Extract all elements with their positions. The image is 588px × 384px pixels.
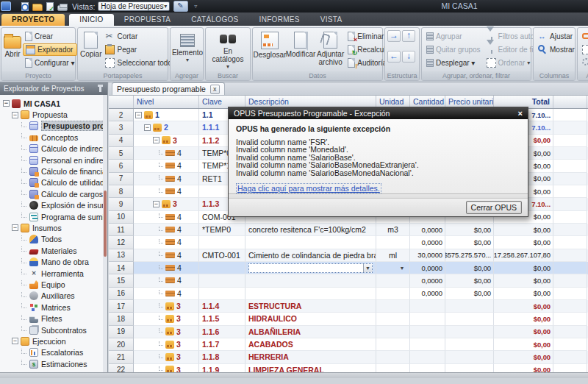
- open-file-icon[interactable]: [32, 4, 43, 11]
- nivel-cell[interactable]: 4: [134, 173, 199, 185]
- clipped-button-2[interactable]: C: [580, 43, 588, 56]
- unidad-cell[interactable]: [376, 313, 410, 325]
- clave-cell[interactable]: *TEMP0: [199, 224, 245, 236]
- nivel-cell[interactable]: 4: [134, 211, 199, 224]
- total-cell[interactable]: $0,00: [494, 326, 553, 338]
- adjuntar-archivo-button[interactable]: Adjuntararchivo: [317, 30, 344, 70]
- cantidad-cell[interactable]: 30,0000: [410, 249, 445, 262]
- nivel-cell[interactable]: 4: [134, 147, 199, 160]
- cantidad-cell[interactable]: [410, 326, 445, 338]
- grid-expander-icon[interactable]: −: [153, 201, 159, 207]
- unidad-cell[interactable]: [376, 351, 410, 363]
- total-cell[interactable]: $0,00: [494, 236, 553, 249]
- clave-cell[interactable]: [199, 274, 245, 287]
- total-cell[interactable]: $0,00: [494, 288, 553, 300]
- grid-expander-icon[interactable]: −: [135, 112, 142, 118]
- row-number[interactable]: 8: [109, 185, 134, 198]
- grid-row-19[interactable]: 1931.1.6ALBAÑILERIA$0,00: [109, 326, 588, 338]
- precio-unitario-cell[interactable]: $0,00: [445, 224, 494, 236]
- structure-arrow-icon-0[interactable]: →: [387, 30, 401, 42]
- pegar-button[interactable]: Pegar: [103, 43, 174, 56]
- clave-cell[interactable]: 1.1.4: [199, 300, 245, 313]
- tree-expander-icon[interactable]: −: [12, 224, 18, 231]
- grid-row-21[interactable]: 2131.1.8HERRERIA$0,00: [109, 351, 588, 363]
- col-header-extra[interactable]: [553, 96, 587, 108]
- unidad-cell[interactable]: [376, 274, 410, 287]
- tree-item-estimaciones[interactable]: Estimaciones: [0, 358, 107, 369]
- tab-cat-logos[interactable]: CATÁLOGOS: [181, 14, 248, 26]
- nivel-cell[interactable]: 4: [134, 224, 199, 236]
- nivel-cell[interactable]: 4: [134, 288, 199, 300]
- row-number[interactable]: 13: [109, 249, 134, 262]
- tree-item-herramienta[interactable]: Herramienta: [0, 268, 107, 279]
- descripcion-cell[interactable]: [245, 288, 376, 300]
- grid-row-12[interactable]: 1240,0000$0,00$0,00: [109, 236, 588, 249]
- unidad-cell[interactable]: [376, 288, 410, 300]
- tree-item-matrices[interactable]: Matrices: [0, 302, 107, 313]
- unidad-cell[interactable]: ml: [376, 249, 410, 262]
- precio-unitario-cell[interactable]: [445, 351, 494, 363]
- nivel-cell[interactable]: 3: [134, 351, 199, 363]
- total-cell[interactable]: $0,00: [494, 351, 553, 363]
- clave-cell[interactable]: [199, 288, 245, 300]
- tree-item-c-lculo-de-indirectos[interactable]: Cálculo de indirectos: [0, 143, 107, 154]
- clave-cell[interactable]: 1.1.7: [199, 338, 245, 351]
- grid-row-15[interactable]: 1540,0000$0,00$0,00: [109, 274, 588, 287]
- tree-item-subcontratos[interactable]: Subcontratos: [0, 324, 107, 335]
- nivel-cell[interactable]: −2: [134, 121, 199, 134]
- tree-item-ejecucion[interactable]: −Ejecucion: [0, 335, 107, 346]
- grid-row-11[interactable]: 114*TEMP0concreto resitenca F'c=100kg/cm…: [109, 224, 588, 236]
- nivel-cell[interactable]: 4: [134, 249, 199, 262]
- tree-expander-icon[interactable]: −: [3, 100, 10, 107]
- tab-close-icon[interactable]: x: [210, 85, 220, 94]
- tree-item-insumos[interactable]: −Insumos: [0, 222, 107, 233]
- descripcion-combo-editor[interactable]: ▼: [248, 263, 373, 273]
- sidebar-scrollbar[interactable]: [103, 95, 107, 378]
- nivel-cell[interactable]: 3: [134, 338, 199, 351]
- row-number[interactable]: 4: [109, 135, 134, 147]
- cerrar-opus-button[interactable]: Cerrar OPUS: [466, 201, 522, 214]
- nivel-cell[interactable]: 4: [134, 185, 199, 198]
- descripcion-cell[interactable]: ALBAÑILERIA: [245, 326, 376, 338]
- desglosar-button[interactable]: Desglosar: [255, 30, 284, 70]
- combo-dropdown-icon[interactable]: ▼: [398, 266, 406, 271]
- tree-item-mi-casa1[interactable]: −MI CASA1: [0, 98, 107, 109]
- mostrar-button[interactable]: Mostrar: [536, 43, 577, 56]
- configurar-button[interactable]: Configurar ▾: [23, 57, 77, 69]
- row-number[interactable]: 7: [109, 173, 134, 185]
- total-cell[interactable]: $0,00: [494, 300, 553, 313]
- descripcion-cell-editing[interactable]: ▼: [245, 262, 376, 274]
- precio-unitario-cell[interactable]: [445, 313, 494, 325]
- tab-proyecto[interactable]: PROYECTO: [1, 14, 65, 26]
- tab-informes[interactable]: INFORMES: [249, 14, 310, 26]
- row-number[interactable]: 21: [109, 351, 134, 363]
- unidad-cell[interactable]: [376, 326, 410, 338]
- agrupar-button[interactable]: Agrupar: [424, 30, 483, 43]
- descripcion-cell[interactable]: ESTRUCTURA: [245, 300, 376, 313]
- descripcion-cell[interactable]: HERRERIA: [245, 351, 376, 363]
- unidad-cell[interactable]: [376, 236, 410, 249]
- combo-dropdown-icon[interactable]: ▼: [363, 264, 372, 272]
- nivel-cell[interactable]: 4: [134, 160, 199, 172]
- tree-item-fletes[interactable]: Fletes: [0, 313, 107, 324]
- tree-expander-icon[interactable]: −: [12, 338, 18, 344]
- row-number[interactable]: 3: [109, 121, 134, 134]
- grid-row-14[interactable]: 144▼▼0,0000$0,00$0,00: [109, 262, 588, 274]
- cantidad-cell[interactable]: 0,0000: [410, 224, 445, 236]
- row-number[interactable]: 19: [109, 326, 134, 338]
- unidad-cell[interactable]: m3: [376, 224, 410, 236]
- precio-unitario-cell[interactable]: [445, 326, 494, 338]
- grid-row-17[interactable]: 1731.1.4ESTRUCTURA$0,00: [109, 300, 588, 313]
- precio-unitario-cell[interactable]: [445, 300, 494, 313]
- toolbar-more-icon[interactable]: ▿: [194, 3, 197, 10]
- grid-expander-icon[interactable]: −: [144, 124, 151, 131]
- clave-cell[interactable]: [199, 262, 245, 274]
- cantidad-cell[interactable]: [410, 338, 445, 351]
- nivel-cell[interactable]: −3: [134, 135, 199, 147]
- cantidad-cell[interactable]: [410, 313, 445, 325]
- row-number[interactable]: 16: [109, 288, 134, 300]
- col-header-num[interactable]: [109, 96, 134, 108]
- total-cell[interactable]: $0,00: [494, 313, 553, 325]
- abrir-button[interactable]: Abrir: [4, 30, 21, 70]
- nivel-cell[interactable]: 4: [134, 236, 199, 249]
